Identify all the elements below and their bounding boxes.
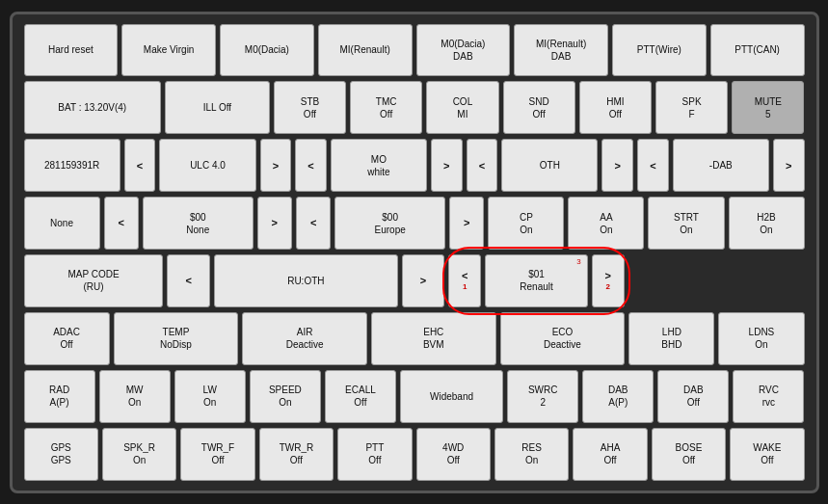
ill-off-button[interactable]: ILL Off [165, 81, 270, 134]
wake-button[interactable]: WAKE Off [730, 428, 804, 481]
cp-button[interactable]: CP On [488, 197, 564, 250]
europe-next-button[interactable]: > [449, 197, 484, 250]
row-7: RAD A(P) MW On LW On SPEED On ECALL Off … [24, 370, 805, 423]
mo-button[interactable]: MO white [331, 139, 427, 192]
m0-dacia-dab-button[interactable]: M0(Dacia) DAB [416, 24, 511, 77]
swrc-button[interactable]: SWRC 2 [507, 370, 578, 423]
ldns-button[interactable]: LDNS On [718, 312, 804, 365]
s00-europe-button[interactable]: $00 Europe [334, 197, 445, 250]
mo-prev-button[interactable]: < [295, 139, 327, 192]
mute-button[interactable]: MUTE 5 [732, 81, 804, 134]
aha-button[interactable]: AHA Off [573, 428, 647, 481]
temp-button[interactable]: TEMP NoDisp [114, 312, 239, 365]
mo-next-button[interactable]: > [431, 139, 463, 192]
spk-r-button[interactable]: SPK_R On [102, 428, 176, 481]
ptt-off-button[interactable]: PTT Off [337, 428, 412, 481]
eco-button[interactable]: ECO Deactive [500, 312, 626, 365]
col-mi-button[interactable]: COL MI [426, 81, 498, 134]
row-1: Hard reset Make Virgin M0(Dacia) MI(Rena… [24, 24, 805, 77]
europe-prev-button[interactable]: < [296, 197, 331, 250]
row-2: BAT : 13.20V(4) ILL Off STB Off TMC Off … [24, 81, 805, 134]
res-button[interactable]: RES On [494, 428, 569, 481]
lw-button[interactable]: LW On [174, 370, 246, 423]
bose-button[interactable]: BOSE Off [652, 428, 726, 481]
row-3: 281159391R < ULC 4.0 > < MO white > < OT… [24, 139, 805, 192]
hmi-off-button[interactable]: HMI Off [579, 81, 652, 134]
hard-reset-button[interactable]: Hard reset [24, 24, 119, 77]
h2b-button[interactable]: H2B On [729, 197, 805, 250]
snd-off-button[interactable]: SND Off [503, 81, 575, 134]
ecall-button[interactable]: ECALL Off [325, 370, 396, 423]
mi-renault-button[interactable]: MI(Renault) [318, 24, 413, 77]
main-screen: Hard reset Make Virgin M0(Dacia) MI(Rena… [10, 12, 819, 493]
ruoth-button[interactable]: RU:OTH [214, 254, 398, 307]
strt-button[interactable]: STRT On [648, 197, 724, 250]
id-label: 281159391R [24, 139, 120, 192]
ulc-button[interactable]: ULC 4.0 [159, 139, 255, 192]
s01-next-button[interactable]: >2 [592, 254, 625, 307]
ruoth-prev-button[interactable]: < [167, 254, 210, 307]
ehc-button[interactable]: EHC BVM [371, 312, 496, 365]
wideband-button[interactable]: Wideband [400, 370, 503, 423]
dab-button[interactable]: -DAB [673, 139, 769, 192]
dab-prev-button[interactable]: < [637, 139, 669, 192]
rad-button[interactable]: RAD A(P) [24, 370, 95, 423]
s01-renault-button[interactable]: 3 $01 Renault [485, 254, 587, 307]
ulc-prev-button[interactable]: < [124, 139, 156, 192]
s00-none-next-button[interactable]: > [257, 197, 292, 250]
row-5: MAP CODE (RU) < RU:OTH > <1 3 $01 Renaul… [24, 254, 805, 307]
none-button[interactable]: None [24, 197, 100, 250]
rvc-button[interactable]: RVC rvc [733, 370, 804, 423]
make-virgin-button[interactable]: Make Virgin [121, 24, 216, 77]
ulc-next-button[interactable]: > [260, 139, 292, 192]
speed-button[interactable]: SPEED On [250, 370, 321, 423]
oth-button[interactable]: OTH [501, 139, 598, 192]
stb-off-button[interactable]: STB Off [274, 81, 346, 134]
dab-ap-button[interactable]: DAB A(P) [582, 370, 654, 423]
row-8: GPS GPS SPK_R On TWR_F Off TWR_R Off PTT… [24, 428, 805, 481]
bat-button[interactable]: BAT : 13.20V(4) [24, 81, 161, 134]
oth-prev-button[interactable]: < [467, 139, 498, 192]
s01-prev-button[interactable]: <1 [448, 254, 481, 307]
twr-f-button[interactable]: TWR_F Off [180, 428, 254, 481]
row-4: None < $00 None > < $00 Europe > CP On A… [24, 197, 805, 250]
dab-next-button[interactable]: > [773, 139, 805, 192]
air-button[interactable]: AIR Deactive [242, 312, 367, 365]
lhd-button[interactable]: LHD BHD [628, 312, 714, 365]
ptt-can-button[interactable]: PTT(CAN) [710, 24, 805, 77]
twr-r-button[interactable]: TWR_R Off [259, 428, 334, 481]
adac-button[interactable]: ADAC Off [24, 312, 110, 365]
map-code-button[interactable]: MAP CODE (RU) [24, 254, 164, 307]
s00-none-button[interactable]: $00 None [143, 197, 254, 250]
ruoth-next-button[interactable]: > [402, 254, 445, 307]
fwd-button[interactable]: 4WD Off [416, 428, 491, 481]
mi-renault-dab-button[interactable]: MI(Renault) DAB [514, 24, 608, 77]
spk-f-button[interactable]: SPK F [655, 81, 728, 134]
dab-off-button[interactable]: DAB Off [657, 370, 729, 423]
gps-button[interactable]: GPS GPS [24, 428, 98, 481]
tmc-off-button[interactable]: TMC Off [350, 81, 422, 134]
row-6: ADAC Off TEMP NoDisp AIR Deactive EHC BV… [24, 312, 805, 365]
ptt-wire-button[interactable]: PTT(Wire) [612, 24, 707, 77]
aa-button[interactable]: AA On [568, 197, 644, 250]
none-prev-button[interactable]: < [104, 197, 139, 250]
oth-next-button[interactable]: > [601, 139, 633, 192]
m0-dacia-button[interactable]: M0(Dacia) [220, 24, 314, 77]
mw-button[interactable]: MW On [99, 370, 171, 423]
